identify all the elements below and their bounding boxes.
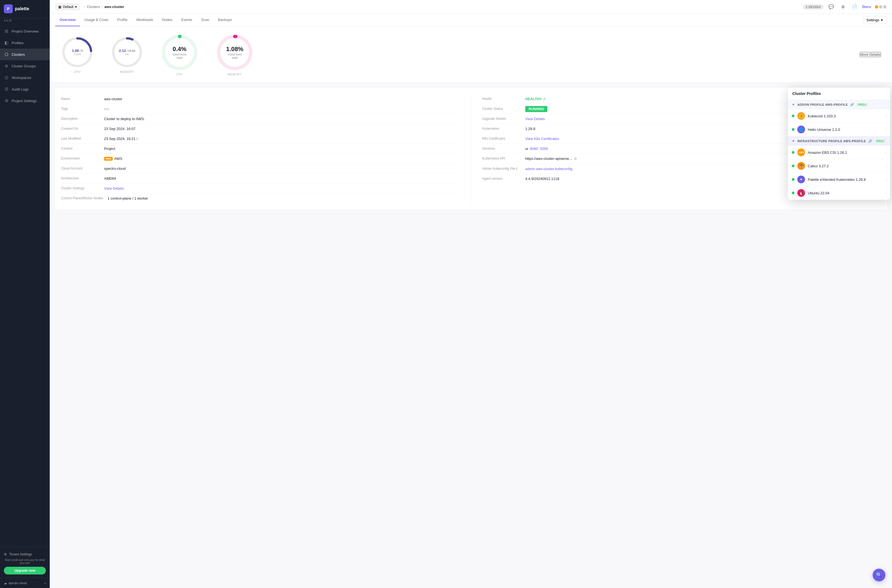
memory-circle-inner: 1.08% Used from total — [225, 45, 245, 59]
workspace-name: Default — [63, 5, 74, 9]
tab-usage-costs[interactable]: Usage & Costs — [80, 14, 113, 26]
tab-workloads[interactable]: Workloads — [132, 14, 158, 26]
more-details-text: More Details — [860, 52, 880, 57]
cp-item-palette-k8s[interactable]: ✦ Palette eXtended Kubernetes 1.29.8 › — [788, 173, 890, 186]
tab-nodes[interactable]: Nodes — [158, 14, 177, 26]
sidebar-item-label: Project Overview — [12, 29, 39, 33]
tenant-settings-item[interactable]: ⚙ Tenant Settings — [4, 550, 46, 558]
sidebar-item-clusters[interactable]: ⬡ Clusters — [0, 49, 50, 60]
copy-api-icon[interactable]: ⧉ — [574, 156, 577, 160]
services-value: ui :8080 :3000 — [525, 147, 548, 151]
breadcrumb: / Clusters / aws-cluster — [84, 5, 124, 9]
detail-context-row: Context Project — [61, 144, 460, 154]
tab-events[interactable]: Events — [177, 14, 197, 26]
more-details-section: More Details — [860, 52, 881, 57]
infra-proj-tag: PROJ — [875, 140, 886, 143]
sidebar-item-project-settings[interactable]: ⚙ Project Settings — [0, 95, 50, 106]
tab-backups[interactable]: Backups — [214, 14, 236, 26]
sidebar-item-label: Workspaces — [12, 76, 31, 80]
cpu-circle-label: CPU — [176, 73, 183, 76]
maximize-control[interactable] — [879, 5, 882, 9]
metrics-panel: 1.88 / 8 Cores CPU 2.12 / 33.6 — [50, 27, 892, 83]
aws-badge: AWS — [104, 157, 113, 160]
search-fab-button[interactable]: 🔍 — [872, 568, 885, 581]
detail-arch-row: Architecture AMD64 — [61, 174, 460, 184]
cp-item-aws-ebs[interactable]: AWS Amazon EBS CSI 1.26.1 › — [788, 146, 890, 159]
control-plane-label: Control Plane/Worker Nodes — [61, 196, 103, 200]
sidebar-item-audit-logs[interactable]: ☰ Audit Logs — [0, 83, 50, 95]
sidebar-item-label: Audit Logs — [12, 87, 29, 92]
minimize-control[interactable] — [875, 5, 878, 9]
app-version: 4.4.19 — [0, 18, 50, 23]
chat-icon[interactable]: 💬 — [827, 3, 835, 11]
upgrade-link[interactable]: View Details — [525, 117, 545, 121]
addon-group-header[interactable]: ▼ ADDON PROFILE AWS-PROFILE 🔗 PROJ — [788, 100, 890, 110]
sidebar-footer: ☁ spectro cloud ‹ — [0, 578, 50, 588]
breadcrumb-clusters[interactable]: Clusters — [87, 5, 100, 9]
cluster-settings-label: Cluster Settings — [61, 186, 100, 190]
sidebar-item-profiles[interactable]: ◧ Profiles — [0, 37, 50, 49]
service-port-8080[interactable]: :8080 — [529, 147, 538, 151]
docs-icon[interactable]: 📄 — [851, 3, 858, 11]
memory-unit-text: Gb — [119, 53, 135, 56]
help-icon[interactable]: ⊕ — [839, 3, 847, 11]
service-port-3000[interactable]: :3000 — [539, 147, 548, 151]
sidebar-item-cluster-groups[interactable]: ⊛ Cluster Groups — [0, 60, 50, 72]
spectro-cloud-icon: ☁ — [4, 581, 7, 585]
cp-item-kubecost[interactable]: 💰 Kubecost 1.103.3 › — [788, 110, 890, 123]
aws-ebs-status-dot — [792, 151, 794, 154]
ubuntu-name: Ubuntu 22.04 — [808, 191, 882, 195]
sidebar-item-workspaces[interactable]: ⊡ Workspaces — [0, 72, 50, 83]
env-value: AWS AWS — [104, 156, 122, 160]
cp-item-ubuntu[interactable]: 🐧 Ubuntu 22.04 › — [788, 186, 890, 200]
settings-button[interactable]: Settings ▾ — [863, 16, 886, 24]
health-check-icon: ✓ — [543, 97, 546, 101]
status-value: RUNNING — [525, 107, 547, 111]
cp-item-hello-universe[interactable]: 🌐 Hello Universe 1.2.0 › — [788, 123, 890, 136]
memory-circle-wrapper: 1.08% Used from total — [215, 33, 254, 72]
tags-label: Tags — [61, 107, 100, 111]
tab-profile[interactable]: Profile — [113, 14, 132, 26]
tab-scan[interactable]: Scan — [197, 14, 214, 26]
sidebar-collapse-button[interactable]: ‹ — [45, 581, 46, 585]
health-value: HEALTHY ✓ — [525, 97, 546, 101]
credits-badge: 1.29/100ch — [803, 4, 823, 9]
sidebar-item-label: Cluster Groups — [12, 64, 36, 68]
profiles-icon: ◧ — [4, 40, 9, 45]
kubecost-status-dot — [792, 115, 794, 117]
cluster-profiles-panel: Cluster Profiles ▼ ADDON PROFILE AWS-PRO… — [788, 87, 890, 200]
addon-group-label: ADDON PROFILE AWS-PROFILE — [797, 103, 848, 106]
detail-cloud-account-row: Cloud Account spectro-cloud — [61, 164, 460, 174]
docs-link[interactable]: Docs — [862, 5, 871, 9]
calico-name: Calico 3.27.2 — [808, 164, 882, 168]
context-label: Context — [61, 147, 100, 150]
detail-created-row: Created On 23 Sep 2024, 16:07 — [61, 124, 460, 134]
cpu-total-value: 8 — [81, 50, 83, 52]
admin-kubeconfig-label: Admin Kubeconfig File ℹ — [482, 167, 521, 171]
workspace-grid-icon: ▦ — [58, 5, 61, 9]
upgrade-label: Upgrade Details — [482, 117, 521, 121]
cp-item-calico[interactable]: 🐯 Calico 3.27.2 › — [788, 159, 890, 173]
upgrade-now-button[interactable]: Upgrade now — [4, 567, 46, 574]
cluster-settings-link[interactable]: View Details — [104, 186, 124, 190]
sidebar-item-project-overview[interactable]: ⊞ Project Overview — [0, 26, 50, 37]
services-label: Services — [482, 147, 521, 150]
more-details-button[interactable]: More Details — [860, 52, 881, 57]
sidebar-item-label: Clusters — [12, 52, 25, 57]
tabs: Overview Usage & Costs Profile Workloads… — [55, 14, 236, 26]
env-label: Environment — [61, 156, 100, 160]
close-control[interactable] — [883, 5, 886, 9]
k8s-api-label: Kubernetes API — [482, 156, 521, 160]
infra-group-header[interactable]: ▼ INFRASTRUCTURE PROFILE AWS-PROFILE 🔗 P… — [788, 136, 890, 146]
tab-overview[interactable]: Overview — [55, 14, 80, 26]
control-plane-value: 1 control-plane / 1 worker — [108, 196, 148, 200]
workspace-selector[interactable]: ▦ Default ▾ — [55, 4, 80, 10]
admin-kubeconfig-link[interactable]: admin.aws-cluster.kubeconfig — [525, 167, 572, 171]
modified-info-icon[interactable]: ℹ — [137, 137, 138, 141]
tenant-settings-icon: ⚙ — [4, 552, 7, 556]
topbar: ▦ Default ▾ / Clusters / aws-cluster 1.2… — [50, 0, 892, 14]
kubeconfig-info-icon[interactable]: ℹ — [516, 167, 518, 171]
settings-chevron-icon: ▾ — [881, 18, 883, 22]
k8s-certs-link[interactable]: View K8s Certificates — [525, 136, 559, 141]
detail-name-row: Name aws-cluster — [61, 94, 460, 104]
